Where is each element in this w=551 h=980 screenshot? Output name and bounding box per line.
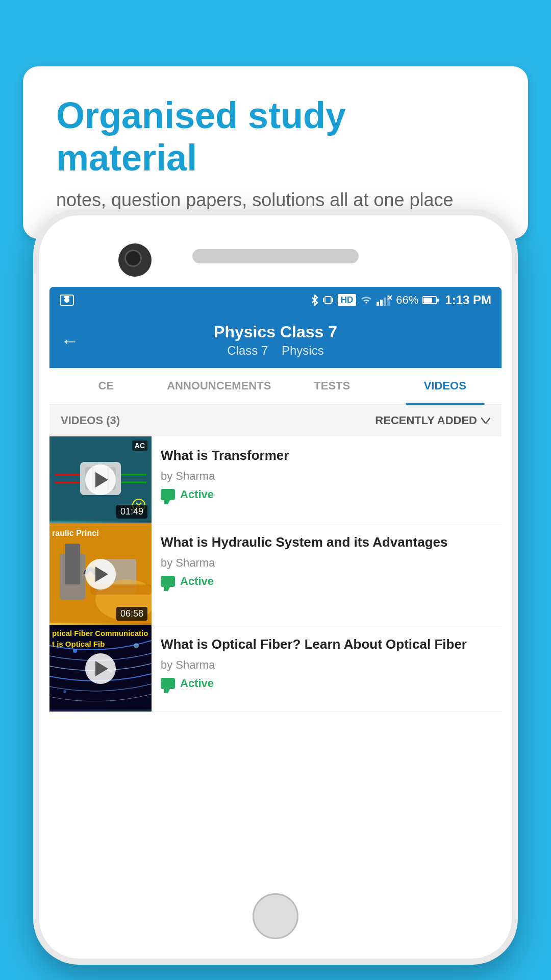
svg-rect-4 — [323, 298, 324, 302]
phone-camera — [118, 243, 152, 277]
tab-tests[interactable]: TESTS — [276, 368, 389, 404]
play-triangle-1 — [95, 472, 108, 487]
svg-rect-2 — [64, 296, 69, 298]
video-item-1[interactable]: AC 01:49 What is Transformer by Sharma A… — [49, 436, 502, 523]
video-item-2[interactable]: raulic Princi 06:58 What is Hydraulic Sy… — [49, 523, 502, 625]
videos-header: VIDEOS (3) RECENTLY ADDED — [49, 405, 502, 436]
svg-rect-29 — [65, 544, 80, 584]
status-bar-right: HD — [311, 293, 491, 307]
play-button-2[interactable] — [85, 559, 116, 590]
hydraulic-thumbnail-text: raulic Princi — [52, 528, 99, 539]
video-title-3: What is Optical Fiber? Learn About Optic… — [161, 635, 492, 653]
svg-point-37 — [63, 690, 66, 693]
video-author-1: by Sharma — [161, 470, 492, 483]
svg-rect-5 — [332, 298, 333, 302]
svg-rect-7 — [380, 300, 383, 306]
bluetooth-icon — [311, 295, 318, 306]
app-title: Physics Class 7 — [49, 323, 502, 341]
video-info-1: What is Transformer by Sharma Active — [152, 436, 502, 523]
tab-videos[interactable]: VIDEOS — [389, 368, 502, 404]
status-time: 1:13 PM — [445, 293, 491, 307]
videos-count: VIDEOS (3) — [61, 414, 120, 427]
speech-bubble-title: Organised study material — [56, 94, 495, 179]
video-thumbnail-1: AC 01:49 — [49, 436, 152, 523]
phone-speaker — [192, 249, 359, 263]
svg-rect-8 — [384, 298, 386, 306]
svg-point-1 — [64, 298, 69, 303]
battery-icon — [422, 296, 439, 305]
chat-icon-2 — [161, 576, 175, 587]
hd-badge: HD — [338, 294, 357, 306]
app-subtitle: Class 7 Physics — [49, 344, 502, 358]
speech-bubble-subtitle: notes, question papers, solutions all at… — [56, 189, 495, 211]
phone-inner: HD — [39, 215, 512, 959]
app-header: ← Physics Class 7 Class 7 Physics — [49, 313, 502, 368]
signal-icon — [377, 295, 392, 306]
svg-rect-13 — [437, 299, 439, 302]
status-bar-left — [60, 295, 74, 306]
video-title-1: What is Transformer — [161, 447, 492, 464]
play-triangle-2 — [95, 567, 108, 582]
tab-ce[interactable]: CE — [49, 368, 163, 404]
optical-thumbnail-text: ptical Fiber Communicatiot is Optical Fi… — [52, 628, 148, 649]
wifi-icon — [360, 295, 372, 306]
svg-rect-6 — [377, 302, 379, 306]
subtitle-class: Class 7 — [227, 344, 268, 357]
chat-icon-3 — [161, 678, 175, 689]
video-info-3: What is Optical Fiber? Learn About Optic… — [152, 625, 502, 712]
video-thumbnail-2: raulic Princi 06:58 — [49, 523, 152, 625]
video-item-3[interactable]: ptical Fiber Communicatiot is Optical Fi… — [49, 625, 502, 712]
back-button[interactable]: ← — [61, 330, 79, 352]
play-button-3[interactable] — [85, 653, 116, 684]
video-thumbnail-3: ptical Fiber Communicatiot is Optical Fi… — [49, 625, 152, 712]
subtitle-subject: Physics — [282, 344, 324, 357]
tabs-bar: CE ANNOUNCEMENTS TESTS VIDEOS — [49, 368, 502, 405]
play-button-1[interactable] — [85, 464, 116, 495]
video-status-1: Active — [161, 488, 492, 501]
battery-percent: 66% — [396, 293, 418, 307]
vibrate-icon — [322, 295, 334, 306]
video-status-2: Active — [161, 575, 492, 588]
svg-rect-3 — [325, 297, 331, 304]
photo-icon — [60, 295, 74, 306]
svg-point-34 — [73, 649, 77, 653]
play-triangle-3 — [95, 661, 108, 676]
phone-frame: HD — [33, 209, 518, 965]
videos-sort[interactable]: RECENTLY ADDED — [375, 414, 490, 427]
chat-icon-1 — [161, 489, 175, 500]
video-duration-1: 01:49 — [116, 505, 147, 519]
tab-announcements[interactable]: ANNOUNCEMENTS — [163, 368, 276, 404]
phone-screen: HD — [49, 287, 502, 887]
status-bar: HD — [49, 287, 502, 313]
video-info-2: What is Hydraulic System and its Advanta… — [152, 523, 502, 625]
chevron-down-icon — [481, 418, 490, 424]
video-author-3: by Sharma — [161, 658, 492, 672]
svg-rect-14 — [423, 298, 432, 303]
ac-badge: AC — [132, 440, 147, 451]
video-status-3: Active — [161, 677, 492, 690]
video-duration-2: 06:58 — [116, 607, 147, 621]
video-author-2: by Sharma — [161, 556, 492, 570]
video-title-2: What is Hydraulic System and its Advanta… — [161, 533, 492, 551]
home-button[interactable] — [253, 893, 298, 939]
